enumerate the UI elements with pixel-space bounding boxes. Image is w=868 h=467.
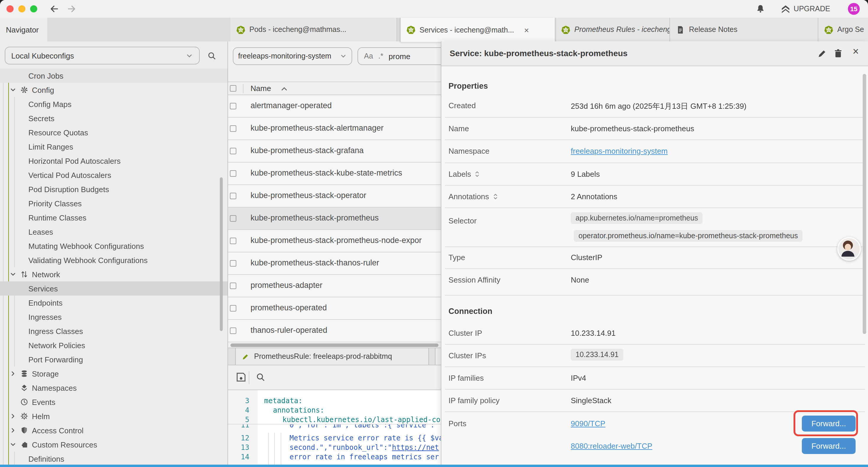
sidebar-item-helm[interactable]: Helm [0,409,228,423]
row-checkbox[interactable] [230,170,236,177]
sort-updown-icon[interactable] [475,170,480,178]
sidebar-item-services[interactable]: Services [0,282,228,296]
chevron-down-icon[interactable] [9,441,20,448]
notifications-bell-icon[interactable] [756,4,765,13]
sidebar-item-network-policies[interactable]: Network Policies [0,338,228,352]
port-link-9090[interactable]: 9090/TCP [571,419,606,428]
regex-icon[interactable]: .* [378,52,383,60]
sidebar-item-config-maps[interactable]: Config Maps [0,97,228,111]
sidebar-item-mutating-webhook-configurations[interactable]: Mutating Webhook Configurations [0,239,228,253]
row-checkbox[interactable] [230,260,236,267]
row-checkbox[interactable] [230,148,236,154]
name-filter-input[interactable]: Aa .* prome [358,47,441,65]
detail-close-icon[interactable]: × [852,46,863,57]
sidebar-item-resource-quotas[interactable]: Resource Quotas [0,125,228,140]
detail-scrollbar[interactable] [863,74,866,334]
sidebar-item-access-control[interactable]: Access Control [0,423,228,437]
name-column-header[interactable]: Name [251,84,271,93]
traffic-light-close-button[interactable] [6,5,13,12]
sidebar-item-leases[interactable]: Leases [0,225,228,239]
table-row-kube-prometheus-stack-prometheus-node-expor[interactable]: kube-prometheus-stack-prometheus-node-ex… [228,230,441,253]
tab-prometheus-rules[interactable]: Prometheus Rules - icecheng... [555,18,670,41]
table-row-kube-prometheus-stack-alertmanager[interactable]: kube-prometheus-stack-alertmanager [228,118,441,140]
notification-count-badge[interactable]: 15 [848,3,860,15]
traffic-light-zoom-button[interactable] [30,5,37,12]
yaml-editor[interactable]: 3metadata:4annotations:5kubectl.kubernet… [228,390,441,467]
table-row-alertmanager-operated[interactable]: alertmanager-operated [228,95,441,118]
row-checkbox[interactable] [230,238,236,244]
tab-argo[interactable]: Argo Se [818,18,868,41]
row-checkbox[interactable] [230,215,236,222]
delete-trash-icon[interactable] [833,49,844,59]
table-row-prometheus-adapter[interactable]: prometheus-adapter [228,275,441,297]
sidebar-item-config[interactable]: Config [0,83,228,97]
sidebar-item-horizontal-pod-autoscalers[interactable]: Horizontal Pod Autoscalers [0,154,228,168]
table-row-prometheus-operated[interactable]: prometheus-operated [228,297,441,320]
chevron-right-icon[interactable] [9,413,20,420]
port-link-8080[interactable]: 8080:reloader-web/TCP [571,442,652,450]
table-row-kube-prometheus-stack-kube-state-metrics[interactable]: kube-prometheus-stack-kube-state-metrics [228,163,441,185]
forward-button-8080[interactable]: Forward... [802,438,856,454]
row-checkbox[interactable] [230,125,236,132]
row-checkbox[interactable] [230,327,236,334]
table-row-kube-prometheus-stack-thanos-ruler[interactable]: kube-prometheus-stack-thanos-ruler [228,253,441,275]
sidebar-item-priority-classes[interactable]: Priority Classes [0,196,228,210]
sidebar-item-ingress-classes[interactable]: Ingress Classes [0,324,228,338]
table-horizontal-scrollbar[interactable] [230,344,438,347]
sidebar-item-cron-jobs[interactable]: Cron Jobs [0,68,228,83]
sidebar-item-secrets[interactable]: Secrets [0,111,228,125]
sidebar-item-storage[interactable]: Storage [0,367,228,381]
row-checkbox[interactable] [230,193,236,199]
chevron-down-icon[interactable] [9,271,20,278]
editor-tab-partial[interactable] [435,348,441,365]
tab-pods[interactable]: Pods - icecheng@mathmas... [230,18,397,41]
save-icon[interactable] [235,371,247,383]
sidebar-item-vertical-pod-autoscalers[interactable]: Vertical Pod Autoscalers [0,168,228,182]
chevron-down-icon[interactable] [9,86,20,93]
sidebar-search-icon[interactable] [207,51,217,61]
sidebar-item-pod-disruption-budgets[interactable]: Pod Disruption Budgets [0,182,228,196]
row-checkbox[interactable] [230,283,236,289]
chevron-right-icon[interactable] [9,427,20,434]
tab-release-notes[interactable]: Release Notes [670,18,818,41]
editor-url-link[interactable]: https://net [392,443,439,451]
row-checkbox[interactable] [230,305,236,312]
sidebar-item-limit-ranges[interactable]: Limit Ranges [0,140,228,154]
sidebar-item-events[interactable]: Events [0,395,228,409]
forward-arrow-icon[interactable] [67,4,76,13]
edit-pencil-icon[interactable] [817,49,828,59]
tab-services[interactable]: Services - icecheng@math... × [400,18,555,42]
namespace-select[interactable]: freeleaps-monitoring-system [233,47,352,65]
upgrade-button[interactable]: UPGRADE [780,4,830,14]
sidebar-item-custom-resources[interactable]: Custom Resources [0,437,228,451]
table-row-kube-prometheus-stack-operator[interactable]: kube-prometheus-stack-operator [228,185,441,207]
tab-close-icon[interactable]: × [524,26,529,34]
table-row-kube-prometheus-stack-prometheus[interactable]: kube-prometheus-stack-prometheus [228,207,441,230]
match-case-icon[interactable]: Aa [364,52,373,60]
kubeconfig-select[interactable]: Local Kubeconfigs [5,47,200,64]
row-checkbox[interactable] [230,103,236,109]
sidebar-item-network[interactable]: Network [0,267,228,282]
sort-ascending-icon[interactable] [281,86,288,91]
annotations-value[interactable]: 2 Annotations [571,192,617,201]
namespace-link[interactable]: freeleaps-monitoring-system [571,147,668,155]
traffic-light-minimize-button[interactable] [18,5,25,12]
table-row-thanos-ruler-operated[interactable]: thanos-ruler-operated [228,320,441,342]
sort-updown-icon[interactable] [493,193,498,200]
sidebar-item-port-forwarding[interactable]: Port Forwarding [0,352,228,367]
editor-tab-prometheusrule[interactable]: PrometheusRule: freeleaps-prod-rabbitmq [235,348,429,365]
sidebar-scrollbar[interactable] [220,177,223,331]
select-all-checkbox[interactable] [230,85,236,92]
sidebar-item-endpoints[interactable]: Endpoints [0,296,228,310]
table-row-kube-prometheus-stack-grafana[interactable]: kube-prometheus-stack-grafana [228,140,441,163]
chevron-right-icon[interactable] [9,370,20,377]
sidebar-item-definitions[interactable]: Definitions [0,451,228,466]
sidebar-item-ingresses[interactable]: Ingresses [0,310,228,324]
sidebar-item-validating-webhook-configurations[interactable]: Validating Webhook Configurations [0,253,228,267]
labels-value[interactable]: 9 Labels [571,170,600,178]
editor-search-icon[interactable] [255,372,266,382]
back-arrow-icon[interactable] [50,4,59,13]
user-avatar[interactable] [837,237,861,261]
sidebar-item-runtime-classes[interactable]: Runtime Classes [0,210,228,225]
sidebar-item-namespaces[interactable]: Namespaces [0,381,228,395]
